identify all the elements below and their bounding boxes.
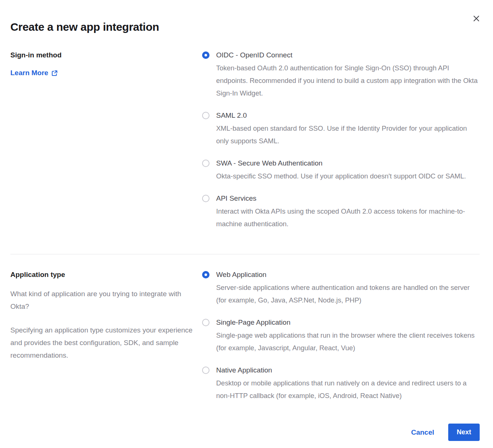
radio-option-label[interactable]: SWA - Secure Web Authentication [216,158,466,168]
learn-more-label: Learn More [10,69,48,77]
radio-option-saml[interactable]: SAML 2.0 XML-based open standard for SSO… [202,111,480,147]
radio-option-label[interactable]: SAML 2.0 [216,111,480,120]
radio-option-label[interactable]: OIDC - OpenID Connect [216,50,480,60]
application-type-help-text: Specifying an application type customize… [10,324,195,362]
radio-option-label[interactable]: Web Application [216,270,480,280]
radio-option-label[interactable]: Single-Page Application [216,318,480,327]
radio-option-native-application[interactable]: Native Application Desktop or mobile app… [202,365,480,402]
radio-saml[interactable] [202,112,209,119]
radio-option-label[interactable]: Native Application [216,365,480,375]
radio-option-text: OIDC - OpenID Connect Token-based OAuth … [216,50,480,100]
dialog-title: Create a new app integration [10,21,480,33]
radio-oidc[interactable] [202,51,209,59]
signin-method-left-column: Sign-in method Learn More [10,50,202,230]
radio-option-description: Okta-specific SSO method. Use if your ap… [216,170,466,183]
radio-web-application[interactable] [202,271,209,278]
application-type-question: What kind of application are you trying … [10,288,195,313]
radio-option-api-services[interactable]: API Services Interact with Okta APIs usi… [202,194,480,230]
radio-option-text: Web Application Server-side applications… [216,270,480,307]
radio-option-description: Single-page web applications that run in… [216,329,480,354]
signin-method-section: Sign-in method Learn More OIDC - OpenID … [10,50,480,230]
radio-option-description: XML-based open standard for SSO. Use if … [216,122,480,147]
radio-native-application[interactable] [202,367,209,374]
signin-method-options: OIDC - OpenID Connect Token-based OAuth … [202,50,480,230]
application-type-left-column: Application type What kind of applicatio… [10,270,202,402]
radio-option-description: Desktop or mobile applications that run … [216,377,480,402]
radio-option-text: Single-Page Application Single-page web … [216,318,480,354]
application-type-section: Application type What kind of applicatio… [10,270,480,402]
create-app-integration-dialog: Create a new app integration Sign-in met… [0,0,493,448]
radio-option-text: SAML 2.0 XML-based open standard for SSO… [216,111,480,147]
radio-option-text: Native Application Desktop or mobile app… [216,365,480,402]
radio-api-services[interactable] [202,195,209,202]
radio-option-text: API Services Interact with Okta APIs usi… [216,194,480,230]
cancel-button[interactable]: Cancel [411,428,434,437]
radio-option-text: SWA - Secure Web Authentication Okta-spe… [216,158,466,183]
radio-option-label[interactable]: API Services [216,194,480,203]
radio-swa[interactable] [202,160,209,167]
x-mark-icon [473,15,480,22]
radio-option-single-page-application[interactable]: Single-Page Application Single-page web … [202,318,480,354]
signin-method-label: Sign-in method [10,50,202,60]
radio-option-web-application[interactable]: Web Application Server-side applications… [202,270,480,307]
application-type-options: Web Application Server-side applications… [202,270,480,402]
radio-option-description: Interact with Okta APIs using the scoped… [216,205,480,230]
section-divider [10,254,480,254]
radio-single-page-application[interactable] [202,319,209,326]
dialog-footer: Cancel Next [10,424,480,441]
application-type-label: Application type [10,270,202,280]
radio-option-swa[interactable]: SWA - Secure Web Authentication Okta-spe… [202,158,480,183]
next-button[interactable]: Next [448,424,480,441]
radio-option-description: Server-side applications where authentic… [216,281,480,307]
external-link-icon [51,70,58,76]
radio-option-oidc[interactable]: OIDC - OpenID Connect Token-based OAuth … [202,50,480,100]
radio-option-description: Token-based OAuth 2.0 authentication for… [216,62,480,100]
close-icon[interactable] [472,15,480,23]
learn-more-link[interactable]: Learn More [10,69,58,77]
